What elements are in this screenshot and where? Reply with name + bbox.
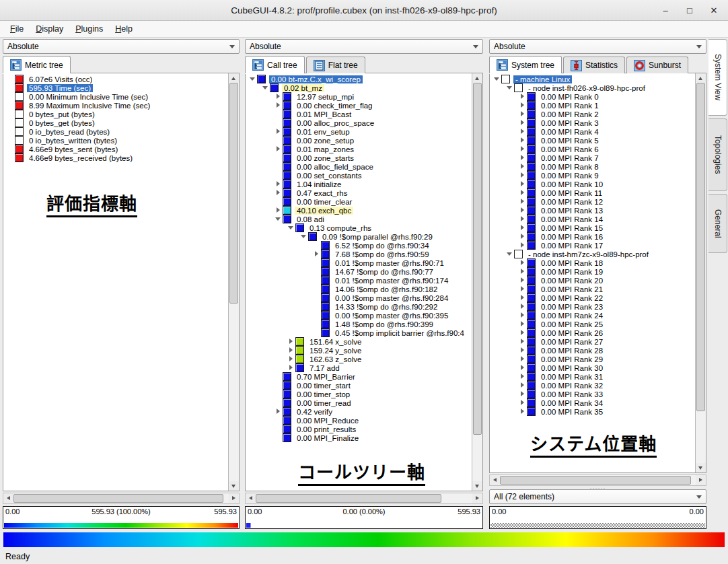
tree-row[interactable]: 0.47 exact_rhs (246, 188, 472, 197)
expand-arrow-icon[interactable] (274, 145, 283, 153)
tree-row[interactable]: 0.01 map_zones (246, 145, 472, 153)
tree-item-label[interactable]: 8.99 Maximum Inclusive Time (sec) (27, 102, 152, 110)
tree-item-label[interactable]: 0.00 MPI Rank 25 (539, 320, 605, 328)
tree-row[interactable]: 159.24 y_solve (246, 346, 472, 355)
tree-row[interactable]: 0.00 MPI Rank 11 (490, 188, 695, 197)
tree-item-label[interactable]: 0.00 MPI Rank 32 (539, 382, 605, 390)
tree-row[interactable]: 0.00 timer_clear (246, 197, 472, 206)
tree-row[interactable]: 0.00 MPI_Reduce (246, 416, 472, 425)
expand-arrow-icon[interactable] (518, 285, 527, 293)
expand-arrow-icon[interactable] (518, 110, 527, 118)
expand-arrow-icon[interactable] (518, 215, 527, 223)
collapse-arrow-icon[interactable] (505, 83, 514, 92)
tree-item-label[interactable]: 0.01 map_zones (295, 145, 356, 153)
tree-row[interactable]: 6.52 !$omp do @rhs.f90:34 (246, 241, 472, 250)
menu-file[interactable]: File (4, 22, 30, 36)
tree-row[interactable]: 40.10 exch_qbc (246, 206, 472, 215)
scroll-down-button[interactable] (472, 481, 482, 491)
tree-row[interactable]: 0.00 MPI Rank 31 (490, 372, 695, 381)
collapse-arrow-icon[interactable] (287, 223, 295, 232)
tree-item-label[interactable]: 595.93 Time (sec) (27, 84, 93, 92)
call-vertical-scrollbar[interactable] (472, 73, 482, 491)
tree-row[interactable]: 0.00 MPI Rank 32 (490, 381, 695, 390)
tree-item-label[interactable]: 0.00 timer_read (295, 399, 353, 407)
tree-row[interactable]: 0.00 timer_stop (246, 390, 472, 398)
tree-row[interactable]: 0 io_bytes_read (bytes) (3, 127, 228, 136)
tree-item-label[interactable]: 0.00 timer_start (295, 382, 353, 390)
expand-arrow-icon[interactable] (518, 118, 527, 127)
tree-item-label[interactable]: 0.00 MPI Rank 15 (539, 224, 605, 232)
tree-row[interactable]: 0.00 MPI Rank 30 (490, 363, 695, 372)
tree-item-label[interactable]: - node inst-hm7zc-x9-ol89-hpc-prof (526, 250, 651, 258)
tree-item-label[interactable]: 6.52 !$omp do @rhs.f90:34 (333, 242, 431, 250)
tree-row[interactable]: 1.48 !$omp do @rhs.f90:399 (246, 320, 472, 328)
tree-row[interactable]: 0.70 MPI_Barrier (246, 372, 472, 381)
tree-item-label[interactable]: 0.00 MPI Rank 24 (539, 312, 605, 320)
tree-item-label[interactable]: 0.01 !$omp master @rhs.f90:174 (333, 277, 450, 285)
tree-item-label[interactable]: 6.07e6 Visits (occ) (27, 75, 94, 83)
tree-item-label[interactable]: 0.00 check_timer_flag (295, 102, 375, 110)
tree-item-label[interactable]: 0.01 MPI_Bcast (295, 110, 353, 118)
tree-row[interactable]: 7.68 !$omp do @rhs.f90:59 (246, 250, 472, 258)
tree-item-label[interactable]: 0.00 print_results (295, 425, 358, 433)
tree-item-label[interactable]: 0.00 MPI Rank 7 (539, 154, 601, 162)
collapse-arrow-icon[interactable] (299, 232, 308, 241)
scrollbar-thumb[interactable] (13, 494, 223, 503)
scrollbar-thumb[interactable] (473, 83, 482, 435)
expand-arrow-icon[interactable] (518, 381, 527, 390)
minimize-button[interactable]: – (661, 5, 670, 15)
expand-arrow-icon[interactable] (518, 407, 527, 416)
tree-item-label[interactable]: 0.00 MPI Rank 14 (539, 215, 605, 223)
scroll-down-button[interactable] (229, 481, 239, 491)
expand-arrow-icon[interactable] (518, 180, 527, 188)
tree-row[interactable]: 0.00 timer_start (246, 381, 472, 390)
expand-arrow-icon[interactable] (274, 180, 283, 188)
tree-item-label[interactable]: 0.00 MPI Rank 22 (539, 294, 605, 302)
scroll-left-button[interactable] (246, 493, 256, 503)
expand-arrow-icon[interactable] (518, 293, 527, 302)
expand-arrow-icon[interactable] (518, 188, 527, 197)
tree-item-label[interactable]: 0.00 MPI Rank 3 (539, 119, 601, 127)
tree-row[interactable]: 0.00 MPI Rank 17 (490, 241, 695, 250)
tree-item-label[interactable]: 0.00 MPI_Finalize (295, 434, 361, 442)
tree-row[interactable]: 0.01 MPI_Bcast (246, 110, 472, 118)
tree-row[interactable]: 0.00 set_constants (246, 171, 472, 180)
tab-flat-tree[interactable]: Flat tree (306, 57, 365, 73)
tree-item-label[interactable]: 1.04 initialize (295, 180, 343, 188)
expand-arrow-icon[interactable] (274, 188, 283, 197)
tree-item-label[interactable]: 0.01 !$omp master @rhs.f90:71 (333, 259, 446, 267)
tree-row[interactable]: 0.00 MPI_Finalize (246, 433, 472, 442)
tree-row[interactable]: 0.00 MPI Rank 20 (490, 276, 695, 285)
tree-item-label[interactable]: 1.48 !$omp do @rhs.f90:399 (333, 320, 435, 328)
menu-display[interactable]: Display (30, 22, 69, 36)
metric-horizontal-scrollbar[interactable] (3, 493, 240, 504)
scrollbar-thumb[interactable] (256, 494, 441, 503)
tree-item-label[interactable]: 0.00 MPI Rank 6 (539, 145, 601, 153)
tree-row[interactable]: 0.00 MPI Rank 35 (490, 407, 695, 416)
expand-arrow-icon[interactable] (518, 302, 527, 311)
tree-row[interactable]: 0.00 timer_read (246, 398, 472, 407)
tree-item-label[interactable]: 0 bytes_get (bytes) (27, 119, 97, 127)
expand-arrow-icon[interactable] (518, 223, 527, 232)
expand-arrow-icon[interactable] (274, 407, 283, 416)
tree-item-label[interactable]: 0.00 set_constants (295, 172, 364, 180)
tree-row[interactable]: 0.00 alloc_proc_space (246, 118, 472, 127)
expand-arrow-icon[interactable] (287, 337, 295, 346)
expand-arrow-icon[interactable] (518, 372, 527, 381)
collapse-arrow-icon[interactable] (493, 75, 501, 83)
expand-arrow-icon[interactable] (518, 328, 527, 337)
tree-row[interactable]: 0.00 MPI Rank 15 (490, 223, 695, 232)
tree-item-label[interactable]: 0 io_bytes_written (bytes) (27, 137, 119, 145)
tree-row[interactable]: 0.00 MPI Rank 33 (490, 390, 695, 398)
expand-arrow-icon[interactable] (518, 136, 527, 145)
scroll-right-button[interactable] (696, 475, 706, 485)
tab-sunburst[interactable]: Sunburst (626, 57, 688, 73)
tree-item-label[interactable]: 0.47 exact_rhs (295, 189, 349, 197)
tree-row[interactable]: 0.02 bt_mz (246, 83, 472, 92)
tree-item-label[interactable]: 12.97 setup_mpi (295, 93, 356, 101)
tree-row[interactable]: 151.64 x_solve (246, 337, 472, 346)
tree-item-label[interactable]: 0.00 !$omp master @rhs.f90:284 (333, 294, 450, 302)
tree-row[interactable]: 0.13 compute_rhs (246, 223, 472, 232)
tree-row[interactable]: 0.00 alloc_field_space (246, 162, 472, 171)
tree-item-label[interactable]: 0 io_bytes_read (bytes) (27, 128, 112, 136)
